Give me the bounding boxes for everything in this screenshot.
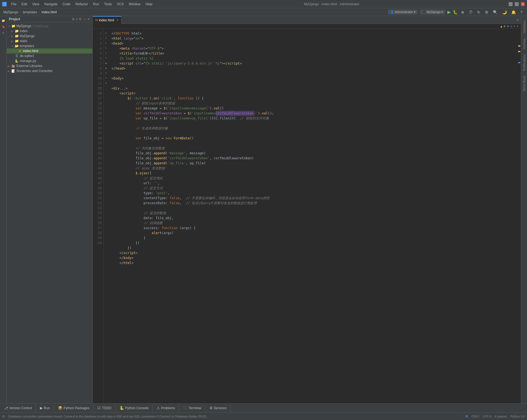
tree-label-scratches: Scratches and Consoles bbox=[16, 69, 52, 73]
tree-arrow-index[interactable]: ▶ bbox=[11, 30, 14, 33]
warning-indicator-2 bbox=[518, 51, 520, 52]
tab-todo[interactable]: ☑ TODO bbox=[93, 404, 115, 413]
project-panel-title: Project bbox=[9, 17, 20, 21]
menu-refactor[interactable]: Refactor bbox=[73, 2, 90, 7]
project-close-button[interactable]: ✕ bbox=[87, 17, 90, 21]
tab-index-html[interactable]: H index.html ✕ bbox=[93, 16, 121, 24]
sidebar-bookmarks-icon[interactable]: 🔖 bbox=[1, 24, 6, 29]
code-line-44: url: '', bbox=[110, 181, 517, 186]
tree-arrow-ext-libs[interactable]: ▶ bbox=[8, 65, 11, 68]
maximize-button[interactable]: □ bbox=[515, 2, 519, 6]
tab-python-packages[interactable]: 📦 Python Packages bbox=[54, 404, 93, 413]
menu-help[interactable]: Help bbox=[143, 2, 155, 7]
window-title: MyDjango - index.html - Administrator bbox=[304, 2, 359, 6]
menu-code[interactable]: Code bbox=[60, 2, 73, 7]
tree-item-scratches[interactable]: ▶ 📝 Scratches and Consoles bbox=[7, 68, 92, 73]
code-editor[interactable]: <!DOCTYPE html> <html lang="en"> <head> … bbox=[108, 29, 517, 403]
tree-item-mydjango-sub[interactable]: ▶ 📁 MyDjango bbox=[7, 34, 92, 39]
right-panel-wordbook[interactable]: Word Book bbox=[521, 74, 527, 93]
settings-button[interactable]: ⚙ bbox=[484, 9, 490, 15]
code-line-32 bbox=[110, 121, 517, 126]
code-line-33: // 生成表单数据对象 bbox=[110, 126, 517, 131]
code-line-37: // 为对象添加数据 bbox=[110, 146, 517, 151]
project-scope-button[interactable]: ⊞ bbox=[72, 17, 75, 21]
windows-logo: ⊞ bbox=[465, 414, 468, 418]
menu-navigate[interactable]: Navigate bbox=[42, 2, 60, 7]
tree-label-ext-libs: External Libraries bbox=[16, 64, 42, 68]
debug-button[interactable]: 🐛 bbox=[453, 10, 458, 14]
code-line-52: // 回调函数 bbox=[110, 221, 517, 226]
code-line-53: success: function (args) { bbox=[110, 226, 517, 231]
tree-arrow-templates[interactable]: ▼ bbox=[11, 45, 14, 48]
tab-close-button[interactable]: ✕ bbox=[116, 19, 118, 22]
tree-item-db[interactable]: 🗄 db.sqlite3 bbox=[7, 53, 92, 58]
right-panel-sciview[interactable]: SciView bbox=[521, 36, 527, 52]
tree-arrow-mydjango-sub[interactable]: ▶ bbox=[11, 35, 14, 38]
breadcrumb-mydjango[interactable]: MyDjango bbox=[3, 10, 18, 14]
tree-arrow-static[interactable]: ▶ bbox=[11, 40, 14, 43]
code-line-7: <script src="{% static 'js/jquery-3.6.0.… bbox=[110, 61, 517, 66]
menu-run[interactable]: Run bbox=[91, 2, 101, 7]
theme-button[interactable]: 🌙 bbox=[501, 9, 508, 15]
tab-python-console[interactable]: 🐍 Python Console bbox=[116, 404, 153, 413]
tree-item-static[interactable]: ▶ 📁 static bbox=[7, 39, 92, 43]
breadcrumb-templates[interactable]: templates bbox=[23, 10, 37, 14]
menu-file[interactable]: File bbox=[9, 2, 19, 7]
menu-edit[interactable]: Edit bbox=[19, 2, 29, 7]
file-html-icon: H bbox=[18, 49, 22, 53]
code-line-35: var file_obj = new FormData() bbox=[110, 136, 517, 141]
sidebar-structure-icon[interactable]: ☰ bbox=[1, 30, 6, 35]
tree-item-mydjango[interactable]: ▼ 📁 MyDjango D:\MyDjango bbox=[7, 24, 92, 29]
toolbar: MyDjango › templates › index.html 👤 Admi… bbox=[0, 8, 527, 16]
status-charset[interactable]: UTF-8 bbox=[483, 415, 491, 418]
help-icon-button[interactable]: ? bbox=[519, 9, 524, 15]
status-line-ending[interactable]: CRLF bbox=[471, 415, 479, 418]
tree-item-ext-libs[interactable]: ▶ 📚 External Libraries bbox=[7, 63, 92, 68]
status-windows-icon[interactable]: ⊞ bbox=[465, 414, 468, 418]
menu-window[interactable]: Window bbox=[126, 2, 143, 7]
run-button[interactable]: ▶ bbox=[447, 9, 451, 15]
tree-arrow-scratches[interactable]: ▶ bbox=[8, 70, 11, 73]
menu-view[interactable]: View bbox=[30, 2, 42, 7]
tab-run[interactable]: ▶ Run bbox=[36, 404, 54, 413]
editor-area: H index.html ✕ ≡ ▲ 4 ▼ 2 ∧ ∨ 1 2 3 4 5 bbox=[93, 16, 521, 403]
tab-terminal[interactable]: ⬛ Terminal bbox=[179, 404, 205, 413]
menu-vcs[interactable]: VCS bbox=[115, 2, 126, 7]
tab-list-button[interactable]: ≡ bbox=[516, 18, 519, 22]
project-hide-button[interactable]: — bbox=[83, 17, 86, 21]
tab-version-control[interactable]: ⎇ Version Control bbox=[0, 404, 36, 413]
profile-run-button[interactable]: ⏱ bbox=[468, 9, 474, 15]
coverage-button[interactable]: ⊕ bbox=[460, 9, 465, 15]
status-language[interactable]: Python 3.8 bbox=[510, 415, 525, 418]
project-settings-button[interactable]: ⚙ bbox=[79, 17, 82, 21]
project-dropdown[interactable]: ⬛ MyDjango ▾ bbox=[420, 10, 445, 14]
tree-item-templates[interactable]: ▼ 📂 templates bbox=[7, 43, 92, 48]
code-line-38: file_obj.append('message', message) bbox=[110, 151, 517, 156]
minimize-button[interactable]: — bbox=[509, 2, 513, 6]
tab-problems[interactable]: ⚠ Problems bbox=[153, 404, 179, 413]
breadcrumb-nav-up[interactable]: ∧ bbox=[513, 24, 515, 28]
refresh-button[interactable]: ↻ bbox=[476, 9, 482, 15]
tree-arrow-mydjango[interactable]: ▼ bbox=[8, 25, 11, 28]
project-panel-actions: ⊞ ≡ ⚙ — ✕ bbox=[72, 17, 90, 21]
right-panel-notifications[interactable]: Notifications bbox=[521, 52, 527, 73]
status-indent[interactable]: 4 spaces bbox=[495, 415, 507, 418]
breadcrumb-file: index.html bbox=[42, 10, 57, 14]
notification-button[interactable]: 🔔 bbox=[510, 9, 517, 15]
language-label: Python 3.8 bbox=[510, 415, 525, 418]
tab-services[interactable]: ⚙ Services bbox=[206, 404, 231, 413]
right-panel-database[interactable]: Database bbox=[521, 18, 527, 36]
code-line-49 bbox=[110, 206, 517, 211]
sidebar-project-icon[interactable]: 📁 bbox=[1, 18, 6, 23]
breadcrumb-nav-down[interactable]: ∨ bbox=[516, 24, 519, 28]
code-line-54: alert(args) bbox=[110, 231, 517, 235]
tree-item-manage-py[interactable]: 🐍 manage.py bbox=[7, 58, 92, 63]
menu-tools[interactable]: Tools bbox=[102, 2, 114, 7]
profile-dropdown[interactable]: 👤 Administrator ▾ bbox=[388, 10, 417, 14]
python-console-icon: 🐍 bbox=[120, 406, 124, 410]
tree-item-index-html[interactable]: H index.html bbox=[7, 48, 92, 53]
tree-item-index[interactable]: ▶ 📁 index bbox=[7, 29, 92, 34]
close-button[interactable]: ✕ bbox=[521, 2, 525, 6]
project-collapse-button[interactable]: ≡ bbox=[76, 17, 78, 21]
search-button[interactable]: 🔍 bbox=[492, 9, 499, 15]
